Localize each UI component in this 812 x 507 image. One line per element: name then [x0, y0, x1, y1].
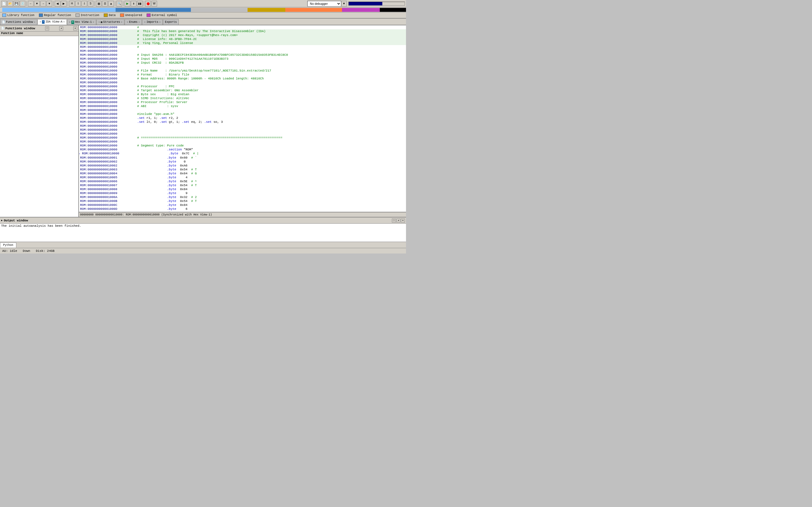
find-button[interactable]: 🔍	[116, 1, 122, 6]
table-row: ROM:0000000000010000 # Processor : PPC	[79, 84, 406, 89]
functions-panel-minimize[interactable]: □	[45, 26, 49, 31]
keyword-span: .byte	[167, 207, 176, 211]
script-button[interactable]: S	[88, 1, 93, 6]
tab-ida-close[interactable]: ✕	[63, 20, 64, 23]
run-button[interactable]: ▶	[124, 1, 130, 6]
code-view[interactable]: ROM:0000000000010000 #ROM:00000000000100…	[79, 25, 406, 212]
code-address: ROM:0000000000010000	[79, 29, 135, 33]
debugger-dropdown[interactable]: ▼	[341, 1, 347, 6]
tab-structures[interactable]: ✕ ▦ Structures ✕	[96, 19, 124, 25]
functions-panel-close[interactable]: ✕	[73, 26, 77, 31]
pause-button[interactable]: ▮▮	[137, 1, 143, 6]
nav-fwd-button[interactable]: ▶	[61, 1, 66, 6]
watch-button[interactable]: W	[151, 1, 157, 6]
keyword-span: .byte	[167, 200, 176, 203]
output-tab-python[interactable]: Python	[0, 242, 16, 247]
code-content: #	[135, 45, 406, 49]
color-overview-bar	[0, 7, 406, 12]
cb-unexplored	[285, 8, 342, 12]
tab-exports[interactable]: Exports	[163, 19, 179, 25]
tab-struct-pin[interactable]: ✕	[98, 20, 100, 24]
legend-external: External symbol	[147, 13, 177, 17]
tab-ida-view[interactable]: ✕ A IDA View-A ✕	[38, 19, 66, 25]
graph-button[interactable]: ▦	[96, 1, 101, 6]
redo-button[interactable]: →	[40, 1, 46, 6]
table-row: ROM:0000000000010000 # License info: 48-…	[79, 37, 406, 41]
output-tab-python-label: Python	[3, 244, 13, 247]
hex-button[interactable]: H	[69, 1, 75, 6]
undo-dropdown[interactable]: ▼	[34, 1, 40, 6]
tab-struct-close[interactable]: ✕	[121, 20, 122, 24]
code-address: ROM:0000000000010000	[79, 65, 135, 69]
new-button[interactable]: 📄	[1, 1, 7, 6]
tab-import-close[interactable]: ✕	[159, 20, 161, 24]
au-status: AU: idle	[2, 249, 17, 252]
save-button[interactable]: 💾	[13, 1, 19, 6]
import-button[interactable]: ⇧	[75, 1, 81, 6]
code-address: ROM:0000000000010000	[79, 128, 135, 132]
breakpoint-button[interactable]: ⬤	[145, 1, 151, 6]
output-header: ▶ Output window □ ↗ ✕	[0, 217, 406, 224]
tab-functions-window[interactable]: 📄 Functions window ✕	[0, 19, 37, 25]
output-close[interactable]: ✕	[401, 219, 405, 223]
legend-library-label: Library function	[7, 14, 35, 17]
nav-back-button[interactable]: ◀	[55, 1, 60, 6]
tab-struct-label: Structures	[103, 20, 120, 24]
table-row: ROM:0000000000010000 # Target assembler:…	[79, 89, 406, 93]
tab-ida-pin[interactable]: ✕	[40, 20, 41, 23]
tab-enums[interactable]: ✕ Enums ✕	[124, 19, 142, 25]
export-button[interactable]: ⇩	[82, 1, 87, 6]
comment-span: #include "ppc-asm.h"	[137, 112, 174, 116]
xref-button[interactable]: ▲	[108, 1, 114, 6]
comment-span: # ======================================…	[137, 136, 283, 139]
tab-functions-close[interactable]: ✕	[34, 20, 35, 24]
tab-hex-view[interactable]: ✕ H Hex View-1 ✕	[67, 19, 96, 25]
legend-regular-box	[39, 13, 43, 17]
list-button[interactable]: ☰	[102, 1, 108, 6]
tab-import-pin[interactable]: ✕	[144, 20, 146, 24]
output-icon: ▶	[1, 219, 3, 222]
tab-enum-pin[interactable]: ✕	[126, 20, 128, 24]
tab-hex-close[interactable]: ✕	[93, 20, 94, 24]
code-content: .set r1, 1; .set r2, 2	[135, 116, 406, 120]
redo-dropdown[interactable]: ▼	[47, 1, 52, 6]
functions-panel-float[interactable]: ↗	[59, 26, 63, 31]
output-minimize[interactable]: □	[392, 219, 396, 223]
undo-button[interactable]: ←	[28, 1, 34, 6]
debugger-select[interactable]: No debugger	[307, 1, 341, 6]
tab-imports[interactable]: ✕ Imports ✕	[142, 19, 163, 25]
legend-data: Data	[104, 13, 116, 17]
code-content: # Input CRC32 : 8DA2B2FB	[135, 61, 406, 65]
open-button[interactable]: 📂	[7, 1, 13, 6]
comment-span: #	[137, 45, 139, 49]
cb-data	[248, 8, 285, 12]
table-row: ROM:0000000000010009 .byte 9	[79, 191, 406, 195]
comment-span: # License info: 48-3FBD-7F04-2C	[137, 38, 197, 41]
main-toolbar: 📄 📂 💾 💿 ← ▼ → ▼ ◀ ▶ H ⇧ ⇩ S ▦ ☰ ▲ 🔍 ▶ ↡ …	[0, 0, 406, 7]
code-address: ROM:000000000001000D	[79, 207, 135, 211]
table-row: ROM:0000000000010000	[79, 65, 406, 69]
tab-hex-label: Hex View-1	[75, 20, 92, 24]
code-address: ROM:0000000000010000	[79, 96, 135, 100]
table-row: ROM:0000000000010000	[79, 124, 406, 128]
bottom-area: ▶ Output window □ ↗ ✕ The initial autoan…	[0, 217, 406, 248]
tab-hex-pin[interactable]: ✕	[69, 20, 70, 24]
comment-span: # G	[191, 172, 197, 175]
tab-hex-icon: H	[71, 20, 74, 24]
code-content: # Copyright (c) 2017 Hex-Rays, <support@…	[135, 33, 406, 37]
table-row: ROM:0000000000010000	[79, 49, 406, 53]
save-all-button[interactable]: 💿	[20, 1, 26, 6]
functions-list[interactable]	[0, 36, 79, 217]
legend-library: Library function	[2, 13, 35, 17]
comment-span: # `	[191, 156, 197, 159]
tab-struct-icon: ▦	[101, 20, 102, 24]
table-row: ROM:0000000000010000 # =================…	[79, 136, 406, 140]
tab-enum-close[interactable]: ✕	[139, 20, 140, 24]
cb-black	[380, 8, 406, 12]
code-content: # License info: 48-3FBD-7F04-2C	[135, 37, 406, 41]
code-content: .byte 0xA6	[135, 164, 406, 168]
cb-library	[2, 8, 116, 12]
table-row: ROM:0000000000010000 # ABI : sysv	[79, 104, 406, 108]
output-float[interactable]: ↗	[396, 219, 400, 223]
step-into-button[interactable]: ↡	[131, 1, 137, 6]
